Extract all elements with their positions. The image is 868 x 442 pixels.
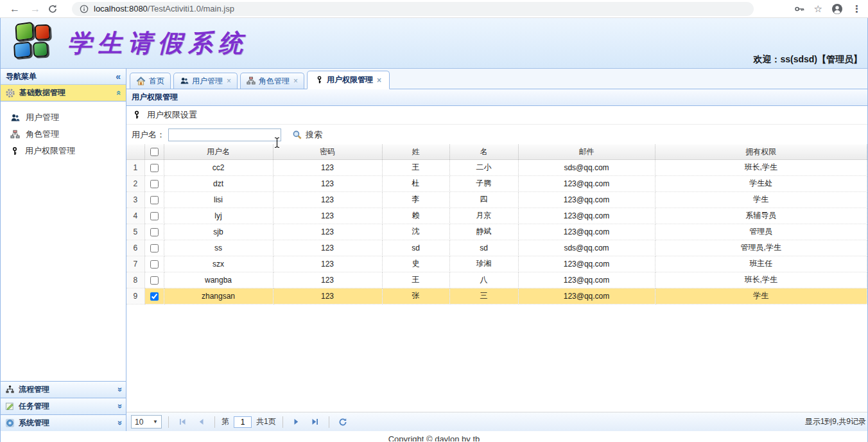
row-checkbox[interactable] bbox=[150, 196, 159, 204]
tab-bar: 首页 用户管理 × 角色管理 × bbox=[126, 69, 867, 89]
accordion-system-mgmt[interactable]: 系统管理 « bbox=[1, 414, 126, 431]
column-header[interactable]: 姓 bbox=[382, 145, 449, 159]
tab-role-mgmt[interactable]: 角色管理 × bbox=[240, 73, 304, 89]
next-page-button[interactable] bbox=[290, 415, 304, 429]
chevron-down-icon: ▼ bbox=[153, 419, 158, 425]
table-row[interactable]: 1cc2123王二小sds@qq.com班长,学生 bbox=[126, 159, 867, 175]
chevron-double-down-icon[interactable]: « bbox=[114, 404, 124, 409]
forward-icon[interactable]: → bbox=[27, 1, 44, 17]
grid-cell: 123 bbox=[273, 191, 382, 208]
grid-cell: 八 bbox=[449, 272, 518, 288]
grid-cell: 123 bbox=[273, 256, 382, 272]
grid-cell: 123@qq.com bbox=[518, 175, 655, 191]
accordion-process-mgmt[interactable]: 流程管理 « bbox=[1, 381, 126, 398]
chevron-double-up-icon[interactable]: « bbox=[114, 91, 124, 95]
row-checkbox[interactable] bbox=[150, 260, 159, 269]
table-row[interactable]: 3lisi123李四123@qq.com学生 bbox=[126, 191, 867, 208]
grid-cell: sd bbox=[382, 240, 449, 256]
chevron-double-down-icon[interactable]: « bbox=[114, 387, 124, 392]
table-row[interactable]: 6ss123sdsdsds@qq.com管理员,学生 bbox=[126, 240, 867, 256]
row-checkbox-cell bbox=[144, 159, 164, 175]
grid-cell: 123 bbox=[273, 224, 382, 240]
close-icon[interactable]: × bbox=[377, 76, 381, 85]
table-row[interactable]: 5sjb123沈静斌123@qq.com管理员 bbox=[126, 224, 867, 240]
panel-title: 用户权限管理 bbox=[126, 89, 867, 106]
sidebar-item-role-mgmt[interactable]: 角色管理 bbox=[1, 126, 126, 143]
profile-avatar-icon[interactable] bbox=[831, 3, 843, 15]
address-bar[interactable]: localhost:8080/TestActiviti1.0/main.jsp bbox=[72, 2, 754, 16]
reload-icon[interactable] bbox=[48, 4, 64, 14]
app-header: 学生请假系统 欢迎：ss(sdsd)【管理员】 bbox=[1, 18, 867, 69]
row-checkbox[interactable] bbox=[150, 228, 159, 236]
column-header[interactable]: 邮件 bbox=[518, 145, 655, 159]
grid-cell: 班长,学生 bbox=[655, 159, 867, 175]
bookmark-star-icon[interactable]: ☆ bbox=[814, 3, 822, 15]
grid-cell: 123@qq.com bbox=[518, 272, 655, 288]
tab-home[interactable]: 首页 bbox=[130, 73, 171, 89]
column-header[interactable]: 拥有权限 bbox=[655, 145, 867, 159]
prev-page-button[interactable] bbox=[194, 415, 208, 429]
permission-tool-label[interactable]: 用户权限设置 bbox=[147, 109, 197, 121]
info-icon[interactable] bbox=[80, 4, 89, 13]
select-all-checkbox[interactable] bbox=[150, 148, 159, 156]
row-number-cell: 7 bbox=[126, 256, 144, 272]
page-prefix-label: 第 bbox=[221, 416, 229, 427]
row-checkbox[interactable] bbox=[150, 276, 159, 285]
table-row[interactable]: 9zhangsan123张三123@qq.com学生 bbox=[126, 288, 867, 304]
column-header[interactable]: 名 bbox=[449, 145, 518, 159]
row-checkbox[interactable] bbox=[150, 292, 159, 301]
accordion-task-mgmt[interactable]: 任务管理 « bbox=[1, 398, 126, 414]
close-icon[interactable]: × bbox=[293, 76, 298, 85]
chevron-double-down-icon[interactable]: « bbox=[114, 421, 124, 425]
first-page-button[interactable] bbox=[175, 415, 189, 429]
key-icon bbox=[10, 146, 19, 156]
record-count-status: 显示1到9,共9记录 bbox=[805, 416, 866, 427]
username-input[interactable] bbox=[168, 128, 281, 141]
column-header[interactable]: 密码 bbox=[273, 145, 382, 159]
row-checkbox[interactable] bbox=[150, 244, 159, 252]
grid-cell: lyj bbox=[164, 208, 273, 224]
row-checkbox-cell bbox=[144, 175, 164, 191]
key-icon bbox=[315, 75, 324, 85]
search-button[interactable]: 搜索 bbox=[292, 129, 322, 141]
page-size-select[interactable]: 10 ▼ bbox=[131, 415, 162, 429]
accordion-label: 流程管理 bbox=[19, 384, 49, 395]
sidebar-item-user-permission[interactable]: 用户权限管理 bbox=[1, 143, 126, 159]
sidebar-item-user-mgmt[interactable]: 用户管理 bbox=[1, 109, 126, 126]
tab-label: 用户管理 bbox=[192, 76, 223, 87]
tab-user-permission[interactable]: 用户权限管理 × bbox=[307, 71, 390, 89]
menu-dots-icon[interactable]: ⋮ bbox=[852, 3, 862, 15]
grid-cell: sd bbox=[449, 240, 518, 256]
table-row[interactable]: 4lyj123赖月京123@qq.com系辅导员 bbox=[126, 208, 867, 224]
accordion-basic-data[interactable]: 基础数据管理 « bbox=[1, 85, 126, 102]
select-all-header[interactable] bbox=[144, 145, 164, 159]
column-header[interactable]: 用户名 bbox=[164, 145, 273, 159]
row-checkbox[interactable] bbox=[150, 164, 159, 172]
row-number-cell: 1 bbox=[126, 159, 144, 175]
org-chart-icon bbox=[5, 385, 15, 394]
row-checkbox[interactable] bbox=[150, 180, 159, 188]
row-checkbox-cell bbox=[144, 288, 164, 304]
tab-user-mgmt[interactable]: 用户管理 × bbox=[173, 73, 238, 89]
grid-cell: ss bbox=[164, 240, 273, 256]
row-number-cell: 4 bbox=[126, 208, 144, 224]
close-icon[interactable]: × bbox=[227, 76, 231, 85]
last-page-button[interactable] bbox=[308, 415, 322, 429]
page-number-input[interactable] bbox=[234, 416, 252, 428]
url-text: localhost:8080/TestActiviti1.0/main.jsp bbox=[94, 4, 234, 13]
grid-cell: lisi bbox=[164, 191, 273, 208]
tab-label: 角色管理 bbox=[259, 76, 290, 87]
sidebar-title: 导航菜单 bbox=[6, 71, 37, 82]
pencil-icon bbox=[5, 402, 15, 411]
password-key-icon[interactable] bbox=[794, 4, 805, 13]
grid-cell: cc2 bbox=[164, 159, 273, 175]
table-row[interactable]: 7szx123史珍湘123@qq.com班主任 bbox=[126, 256, 867, 272]
sidebar-collapse-icon[interactable]: « bbox=[116, 71, 121, 82]
table-row[interactable]: 8wangba123王八123@qq.com班长,学生 bbox=[126, 272, 867, 288]
refresh-icon[interactable] bbox=[336, 415, 350, 429]
table-row[interactable]: 2dzt123杜子腾123@qq.com学生处 bbox=[126, 175, 867, 191]
back-icon[interactable]: ← bbox=[6, 1, 23, 17]
row-checkbox[interactable] bbox=[150, 212, 159, 220]
grid-cell: zhangsan bbox=[164, 288, 273, 304]
grid-cell: sds@qq.com bbox=[518, 159, 655, 175]
